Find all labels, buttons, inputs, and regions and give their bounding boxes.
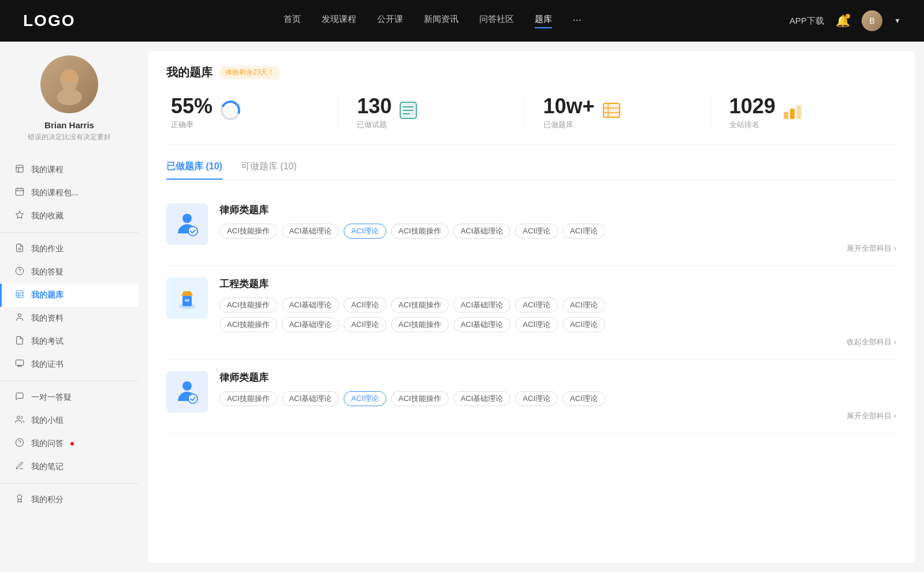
tab-done-banks[interactable]: 已做题库 (10) xyxy=(166,161,222,180)
tab-available-banks[interactable]: 可做题库 (10) xyxy=(241,161,297,180)
sidebar-item-notes[interactable]: 我的笔记 xyxy=(0,455,139,478)
sidebar-label-profile: 我的资料 xyxy=(31,313,64,324)
tag-item[interactable]: ACI基础理论 xyxy=(453,391,511,406)
svg-point-12 xyxy=(16,267,23,274)
page-title: 我的题库 xyxy=(166,65,213,80)
tag-item[interactable]: ACI基础理论 xyxy=(282,391,340,406)
sidebar-item-certificate[interactable]: 我的证书 xyxy=(0,353,139,376)
tag-item[interactable]: ACI理论 xyxy=(562,298,605,313)
sidebar-item-points[interactable]: 我的积分 xyxy=(0,488,139,511)
app-download-btn[interactable]: APP下载 xyxy=(789,16,824,27)
nav-qbank[interactable]: 题库 xyxy=(535,14,552,28)
tabs-row: 已做题库 (10) 可做题库 (10) xyxy=(166,161,896,180)
svg-point-40 xyxy=(182,214,192,223)
tag-item[interactable]: ACI技能操作 xyxy=(219,224,277,239)
sidebar-item-favorites[interactable]: 我的收藏 xyxy=(0,205,139,228)
tag-item[interactable]: ACI理论 xyxy=(515,317,558,332)
notification-bell-icon[interactable]: 🔔 xyxy=(836,14,850,28)
qbank-icon-engineer xyxy=(166,277,208,319)
tag-item[interactable]: ACI理论 xyxy=(515,224,558,239)
stat-done-banks: 10w+ 已做题库 xyxy=(525,94,711,130)
sidebar-divider-1 xyxy=(0,232,139,233)
user-avatar[interactable]: B xyxy=(862,10,882,31)
questions-badge xyxy=(70,442,74,445)
main-layout: Brian Harris 错误的决定比没有决定要好 我的课程 我的课程包... xyxy=(0,42,924,572)
avatar-image xyxy=(40,55,98,113)
svg-point-18 xyxy=(18,314,21,317)
tag-item[interactable]: ACI基础理论 xyxy=(282,317,340,332)
user-dropdown-icon[interactable]: ▼ xyxy=(894,17,901,25)
sidebar: Brian Harris 错误的决定比没有决定要好 我的课程 我的课程包... xyxy=(0,42,139,572)
tag-item[interactable]: ACI基础理论 xyxy=(282,298,340,313)
nav-more[interactable]: ··· xyxy=(573,14,582,28)
nav-discover[interactable]: 发现课程 xyxy=(322,14,356,28)
tag-item[interactable]: ACI基础理论 xyxy=(282,224,340,239)
navigation: LOGO 首页 发现课程 公开课 新闻资讯 问答社区 题库 ··· APP下载 … xyxy=(0,0,924,42)
sidebar-label-courses: 我的课程 xyxy=(31,165,64,175)
expand-link-1[interactable]: 展开全部科目 › xyxy=(219,243,896,254)
qbank-tags-1: ACI技能操作 ACI基础理论 ACI理论 ACI技能操作 ACI基础理论 AC… xyxy=(219,224,896,239)
sidebar-item-exam[interactable]: 我的考试 xyxy=(0,330,139,353)
tag-item[interactable]: ACI基础理论 xyxy=(453,317,511,332)
svg-rect-45 xyxy=(185,299,189,302)
nav-right: APP下载 🔔 B ▼ xyxy=(789,10,901,31)
tag-item-active[interactable]: ACI理论 xyxy=(344,391,386,406)
points-icon xyxy=(14,494,25,506)
tag-item[interactable]: ACI技能操作 xyxy=(219,391,277,406)
sidebar-divider-2 xyxy=(0,381,139,381)
qbank-title-1: 律师类题库 xyxy=(219,203,896,217)
qbank-body-3: 律师类题库 ACI技能操作 ACI基础理论 ACI理论 ACI技能操作 ACI基… xyxy=(219,371,896,421)
tag-item[interactable]: ACI理论 xyxy=(515,391,558,406)
tag-item[interactable]: ACI技能操作 xyxy=(391,298,449,313)
collapse-link-2[interactable]: 收起全部科目 › xyxy=(219,337,896,347)
sidebar-item-questions[interactable]: 我的问答 xyxy=(0,432,139,455)
sidebar-label-notes: 我的笔记 xyxy=(31,462,64,472)
main-content: 我的题库 体验剩余23天！ 55% 正确率 xyxy=(148,51,915,563)
sidebar-item-courses[interactable]: 我的课程 xyxy=(0,158,139,181)
sidebar-label-certificate: 我的证书 xyxy=(31,359,64,370)
sidebar-item-profile[interactable]: 我的资料 xyxy=(0,307,139,330)
svg-rect-32 xyxy=(603,103,620,117)
tag-item[interactable]: ACI理论 xyxy=(344,317,386,332)
tag-item[interactable]: ACI理论 xyxy=(344,298,386,313)
qbank-item-2: 工程类题库 ACI技能操作 ACI基础理论 ACI理论 ACI技能操作 ACI基… xyxy=(166,266,896,359)
tag-item-active[interactable]: ACI理论 xyxy=(344,224,386,239)
sidebar-label-questions: 我的问答 xyxy=(31,439,64,449)
tag-item[interactable]: ACI基础理论 xyxy=(453,298,511,313)
one-on-one-icon xyxy=(14,392,25,403)
svg-point-20 xyxy=(17,416,20,419)
tag-item[interactable]: ACI技能操作 xyxy=(219,298,277,313)
sidebar-item-myqa[interactable]: 我的答疑 xyxy=(0,261,139,284)
sidebar-item-qbank[interactable]: 我的题库 xyxy=(0,284,139,307)
nav-open[interactable]: 公开课 xyxy=(377,14,403,28)
tag-item[interactable]: ACI理论 xyxy=(562,317,605,332)
done-questions-icon xyxy=(398,101,418,124)
tag-item[interactable]: ACI技能操作 xyxy=(391,317,449,332)
sidebar-item-one-on-one[interactable]: 一对一答疑 xyxy=(0,386,139,409)
tag-item[interactable]: ACI技能操作 xyxy=(391,224,449,239)
courses-icon xyxy=(14,164,25,176)
tag-item[interactable]: ACI理论 xyxy=(562,224,605,239)
tag-item[interactable]: ACI技能操作 xyxy=(391,391,449,406)
stat-accuracy: 55% 正确率 xyxy=(166,94,338,130)
logo: LOGO xyxy=(23,12,75,30)
expand-link-3[interactable]: 展开全部科目 › xyxy=(219,411,896,421)
accuracy-chart-icon xyxy=(219,99,241,125)
nav-links: 首页 发现课程 公开课 新闻资讯 问答社区 题库 ··· xyxy=(284,14,582,28)
nav-qa[interactable]: 问答社区 xyxy=(479,14,514,28)
tag-item[interactable]: ACI理论 xyxy=(562,391,605,406)
nav-home[interactable]: 首页 xyxy=(284,14,301,28)
sidebar-label-group: 我的小组 xyxy=(31,415,64,426)
stat-done-questions: 130 已做试题 xyxy=(338,94,524,130)
tag-item[interactable]: ACI技能操作 xyxy=(219,317,277,332)
sidebar-item-course-pack[interactable]: 我的课程包... xyxy=(0,181,139,205)
sidebar-label-one-on-one: 一对一答疑 xyxy=(31,392,72,403)
favorites-icon xyxy=(14,210,25,222)
sidebar-label-course-pack: 我的课程包... xyxy=(31,188,79,198)
sidebar-item-group[interactable]: 我的小组 xyxy=(0,409,139,432)
nav-news[interactable]: 新闻资讯 xyxy=(424,14,459,28)
sidebar-item-homework[interactable]: 我的作业 xyxy=(0,237,139,261)
tag-item[interactable]: ACI基础理论 xyxy=(453,224,511,239)
page-header: 我的题库 体验剩余23天！ xyxy=(166,65,896,80)
tag-item[interactable]: ACI理论 xyxy=(515,298,558,313)
